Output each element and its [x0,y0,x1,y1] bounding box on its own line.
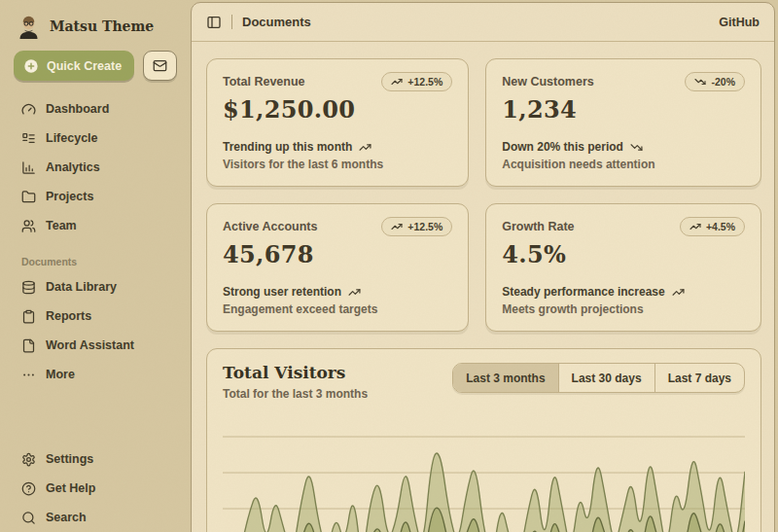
stat-card-total-revenue: Total Revenue +12.5% $1,250.00 Trending … [206,58,469,187]
plus-circle-icon [23,58,39,74]
sidebar-item-label: More [46,368,75,381]
sidebar-item-reports[interactable]: Reports [14,301,177,331]
sidebar-item-label: Search [46,511,87,524]
sidebar-item-data-library[interactable]: Data Library [14,272,177,301]
gear-icon [21,452,36,467]
stat-cards-grid: Total Revenue +12.5% $1,250.00 Trending … [206,58,761,332]
trend-badge: +4.5% [680,217,745,236]
trend-badge: -20% [685,72,745,91]
sidebar-item-label: Projects [46,190,93,203]
card-title: Total Revenue [223,72,305,89]
file-icon [21,338,36,353]
list-details-icon [21,131,36,146]
quick-create-label: Quick Create [47,59,122,73]
chart-title: Total Visitors [223,363,368,382]
tab-last-7-days[interactable]: Last 7 days [654,364,744,392]
trend-badge: +12.5% [381,217,452,236]
card-title: Active Accounts [223,217,317,233]
trending-up-icon [672,286,685,299]
quick-create-row: Quick Create [14,51,177,81]
search-icon [21,511,36,525]
card-value: $1,250.00 [223,95,452,124]
topbar: Documents GitHub [192,3,774,42]
sidebar-item-label: Lifecycle [46,131,98,145]
card-value: 45,678 [223,240,452,268]
stat-card-growth-rate: Growth Rate +4.5% 4.5% Steady performanc… [485,203,761,332]
card-footer-main: Strong user retention [223,285,341,299]
sidebar-toggle-icon[interactable] [206,15,222,30]
sidebar-item-label: Get Help [46,481,95,495]
sidebar-item-get-help[interactable]: Get Help [14,474,177,503]
sidebar-item-projects[interactable]: Projects [14,182,177,211]
sidebar-item-team[interactable]: Team [14,211,177,240]
sidebar-footer-nav: Settings Get Help Search [14,444,177,532]
bar-chart-icon [21,160,36,175]
trending-up-icon [391,221,403,232]
sidebar-item-more[interactable]: More [14,360,177,389]
quick-create-button[interactable]: Quick Create [14,51,134,81]
sidebar-section-label: Documents [21,256,177,267]
card-footer-main: Down 20% this period [502,140,623,154]
card-footer-main: Steady performance increase [502,285,664,299]
time-range-tabs: Last 3 months Last 30 days Last 7 days [452,363,745,393]
card-title: New Customers [502,72,593,89]
trending-up-icon [391,76,403,88]
sidebar-header[interactable]: Matsu Theme [14,12,177,41]
card-footer-sub: Visitors for the last 6 months [223,158,452,171]
sidebar-item-dashboard[interactable]: Dashboard [14,94,177,124]
badge-value: +4.5% [706,221,735,232]
sidebar-item-label: Team [46,219,77,232]
visitors-chart [223,424,745,532]
main-panel: Documents GitHub Total Revenue +12.5% $1… [191,2,775,532]
card-footer-sub: Engagement exceed targets [223,302,452,316]
topbar-divider [231,15,232,29]
stat-card-active-accounts: Active Accounts +12.5% 45,678 Strong use… [206,203,469,332]
card-title: Growth Rate [502,217,574,233]
sidebar-main-nav: Dashboard Lifecycle Analytics Projects [14,94,177,240]
help-circle-icon [21,481,36,496]
badge-value: +12.5% [407,221,442,232]
sidebar-item-search[interactable]: Search [14,503,177,532]
folder-icon [21,190,36,204]
badge-value: +12.5% [407,76,442,88]
main-content: Total Revenue +12.5% $1,250.00 Trending … [192,42,774,532]
chart-heading: Total Visitors Total for the last 3 mont… [223,363,368,401]
tab-last-30-days[interactable]: Last 30 days [558,364,654,392]
mail-icon [153,58,167,73]
trending-down-icon [630,141,643,154]
sidebar-item-label: Data Library [46,280,117,294]
sidebar-documents-nav: Data Library Reports Word Assistant More [14,272,177,389]
breadcrumb: Documents [242,15,311,29]
chart-area [223,424,745,532]
avatar [16,14,42,40]
card-footer-sub: Acquisition needs attention [502,158,745,171]
sidebar-item-settings[interactable]: Settings [14,444,177,474]
ellipsis-icon [21,368,36,382]
sidebar-item-label: Dashboard [46,102,109,116]
sidebar-item-analytics[interactable]: Analytics [14,153,177,182]
sidebar-item-label: Settings [46,452,93,466]
sidebar-item-label: Analytics [46,160,100,174]
users-icon [21,219,36,233]
trending-up-icon [690,221,701,232]
badge-value: -20% [711,76,735,88]
sidebar-item-word-assistant[interactable]: Word Assistant [14,331,177,360]
sidebar-item-lifecycle[interactable]: Lifecycle [14,124,177,153]
trend-badge: +12.5% [381,72,452,91]
total-visitors-card: Total Visitors Total for the last 3 mont… [206,348,761,532]
chart-subtitle: Total for the last 3 months [223,387,368,401]
trending-down-icon [694,76,706,88]
trending-up-icon [359,141,371,154]
app-title: Matsu Theme [50,18,154,34]
card-value: 1,234 [502,95,745,124]
database-icon [21,280,36,295]
trending-up-icon [348,286,361,299]
clipboard-icon [21,309,36,324]
sidebar-item-label: Word Assistant [46,338,134,352]
card-value: 4.5% [502,240,745,268]
github-link[interactable]: GitHub [719,16,760,29]
card-footer-sub: Meets growth projections [502,302,745,316]
card-footer-main: Trending up this month [223,140,352,154]
inbox-button[interactable] [143,51,177,81]
tab-last-3-months[interactable]: Last 3 months [453,364,557,392]
